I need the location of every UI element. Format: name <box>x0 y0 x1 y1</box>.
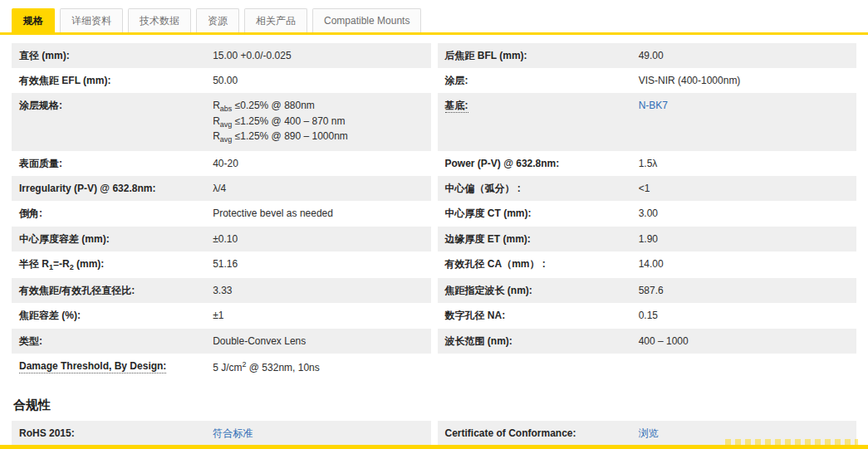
spec-value: 1.5λ <box>639 158 658 169</box>
row-left-half: Irregularity (P-V) @ 632.8nm:λ/4 <box>12 176 431 201</box>
spec-label-cell: 中心厚度容差 (mm): <box>12 227 213 251</box>
table-row: 表面质量:40-20Power (P-V) @ 632.8nm:1.5λ <box>12 151 856 176</box>
row-right-half: 中心厚度 CT (mm):3.00 <box>438 201 857 226</box>
spec-value-cell: Double-Convex Lens <box>213 329 430 354</box>
row-left-half: 类型:Double-Convex Lens <box>12 329 431 354</box>
spec-label-cell: 直径 (mm): <box>12 43 213 68</box>
spec-label-cell: 涂层: <box>438 68 639 93</box>
spec-label-cell: 半径 R1=-R2 (mm): <box>12 251 213 279</box>
spec-label: 有效焦距/有效孔径直径比: <box>19 285 135 296</box>
table-row: 有效焦距 EFL (mm):50.00涂层:VIS-NIR (400-1000n… <box>12 68 856 93</box>
spec-label-cell: Damage Threshold, By Design: <box>12 354 213 380</box>
spec-page: 规格详细资料技术数据资源相关产品Compatible Mounts 直径 (mm… <box>0 0 868 449</box>
bottom-accent-bar <box>0 445 868 449</box>
spec-value: 5 J/cm2 @ 532nm, 10ns <box>213 362 320 373</box>
spec-label-cell: 数字孔径 NA: <box>438 303 639 328</box>
row-left-half: 半径 R1=-R2 (mm):51.16 <box>12 251 431 279</box>
tab-compatible-mounts[interactable]: Compatible Mounts <box>312 8 421 32</box>
spec-label: Certificate of Conformance: <box>445 427 576 439</box>
spec-label-cell: 中心厚度 CT (mm): <box>438 201 639 226</box>
row-left-half: 中心厚度容差 (mm):±0.10 <box>12 227 431 251</box>
spec-value-cell: 50.00 <box>213 68 430 93</box>
table-row: 焦距容差 (%):±1数字孔径 NA:0.15 <box>12 303 856 328</box>
spec-value-cell: 49.00 <box>639 43 856 68</box>
spec-value: 3.33 <box>213 285 232 296</box>
spec-value-cell: 587.6 <box>639 278 856 303</box>
spec-label: 涂层规格: <box>19 100 62 111</box>
spec-label-cell: Irregularity (P-V) @ 632.8nm: <box>12 176 213 201</box>
row-right-half <box>438 354 857 380</box>
spec-label: 涂层: <box>445 75 468 86</box>
spec-label: 有效孔径 CA（mm） : <box>445 258 546 270</box>
spec-label-tooltip[interactable]: 基底: <box>445 100 468 113</box>
spec-label: 中心厚度 CT (mm): <box>445 207 532 219</box>
tab-details[interactable]: 详细资料 <box>60 8 123 32</box>
spec-label: 中心厚度容差 (mm): <box>19 233 110 245</box>
spec-value: 587.6 <box>639 285 664 296</box>
spec-label-cell: Certificate of Conformance: <box>438 421 639 446</box>
spec-label: 表面质量: <box>19 158 62 169</box>
spec-label: 边缘厚度 ET (mm): <box>445 233 531 245</box>
spec-value-cell: Protective bevel as needed <box>213 201 430 226</box>
spec-value-cell: 40-20 <box>213 151 430 176</box>
spec-label-cell: 后焦距 BFL (mm): <box>438 43 639 68</box>
spec-value-cell: 400 – 1000 <box>639 329 856 354</box>
row-right-half: 中心偏（弧分） :<1 <box>438 176 857 201</box>
spec-value: ±0.10 <box>213 233 238 245</box>
spec-label: Irregularity (P-V) @ 632.8nm: <box>19 183 155 194</box>
spec-label: 焦距容差 (%): <box>19 310 81 321</box>
row-left-half: 倒角:Protective bevel as needed <box>12 201 431 226</box>
table-row: Irregularity (P-V) @ 632.8nm:λ/4中心偏（弧分） … <box>12 176 856 201</box>
row-left-half: 焦距容差 (%):±1 <box>12 303 431 328</box>
row-right-half: 边缘厚度 ET (mm):1.90 <box>438 227 857 251</box>
spec-value-cell: 符合标准 <box>213 421 430 446</box>
spec-value: VIS-NIR (400-1000nm) <box>639 75 741 86</box>
table-row: 倒角:Protective bevel as needed中心厚度 CT (mm… <box>12 201 856 226</box>
spec-value-cell: N-BK7 <box>639 93 856 151</box>
spec-value-cell: 1.5λ <box>639 151 856 176</box>
spec-value-cell: 3.00 <box>639 201 856 226</box>
table-row: Damage Threshold, By Design:5 J/cm2 @ 53… <box>12 354 856 380</box>
spec-value-cell: λ/4 <box>213 176 430 201</box>
spec-label: 有效焦距 EFL (mm): <box>19 75 110 86</box>
spec-label: 类型: <box>19 335 42 347</box>
row-left-half: RoHS 2015:符合标准 <box>12 421 431 446</box>
spec-value-link[interactable]: N-BK7 <box>639 100 668 111</box>
spec-value-cell: 15.00 +0.0/-0.025 <box>213 43 430 68</box>
spec-value: 14.00 <box>639 258 664 270</box>
row-left-half: 直径 (mm):15.00 +0.0/-0.025 <box>12 43 431 68</box>
row-right-half: 波长范围 (nm):400 – 1000 <box>438 329 857 354</box>
spec-value-link[interactable]: 符合标准 <box>213 427 253 439</box>
spec-label-cell: 波长范围 (nm): <box>438 329 639 354</box>
spec-value: 50.00 <box>213 75 238 86</box>
tab-bar: 规格详细资料技术数据资源相关产品Compatible Mounts <box>0 0 868 35</box>
spec-label-cell: 焦距容差 (%): <box>12 303 213 328</box>
spec-value: 15.00 +0.0/-0.025 <box>213 50 291 61</box>
spec-label: RoHS 2015: <box>19 427 75 439</box>
spec-value-line: Ravg ≤1.25% @ 890 – 1000nm <box>213 129 424 145</box>
spec-value-line: Rabs ≤0.25% @ 880nm <box>213 99 424 115</box>
spec-label-cell: 有效焦距 EFL (mm): <box>12 68 213 93</box>
tab-technical-data[interactable]: 技术数据 <box>128 8 191 32</box>
spec-value-link[interactable]: 浏览 <box>639 427 659 439</box>
row-right-half: 焦距指定波长 (nm):587.6 <box>438 278 857 303</box>
tab-related-products[interactable]: 相关产品 <box>244 8 307 32</box>
spec-value-cell: 1.90 <box>639 227 856 251</box>
spec-value-cell: VIS-NIR (400-1000nm) <box>639 68 856 93</box>
spec-label-cell: 焦距指定波长 (nm): <box>438 278 639 303</box>
row-left-half: 有效焦距 EFL (mm):50.00 <box>12 68 431 93</box>
spec-value: 0.15 <box>639 310 658 321</box>
spec-label-cell: 基底: <box>438 93 639 151</box>
spec-value: Double-Convex Lens <box>213 335 306 347</box>
spec-value-cell: 14.00 <box>639 251 856 279</box>
row-right-half: 涂层:VIS-NIR (400-1000nm) <box>438 68 857 93</box>
row-right-half: 基底:N-BK7 <box>438 93 857 151</box>
spec-value: <1 <box>639 183 650 194</box>
row-left-half: 表面质量:40-20 <box>12 151 431 176</box>
clipped-yellow-text-fragment <box>725 439 858 445</box>
spec-value-line: Ravg ≤1.25% @ 400 – 870 nm <box>213 115 424 130</box>
tab-resources[interactable]: 资源 <box>196 8 239 32</box>
tab-specifications[interactable]: 规格 <box>12 8 55 32</box>
content-area: 直径 (mm):15.00 +0.0/-0.025后焦距 BFL (mm):49… <box>12 43 856 449</box>
spec-label-tooltip[interactable]: Damage Threshold, By Design: <box>19 360 166 373</box>
